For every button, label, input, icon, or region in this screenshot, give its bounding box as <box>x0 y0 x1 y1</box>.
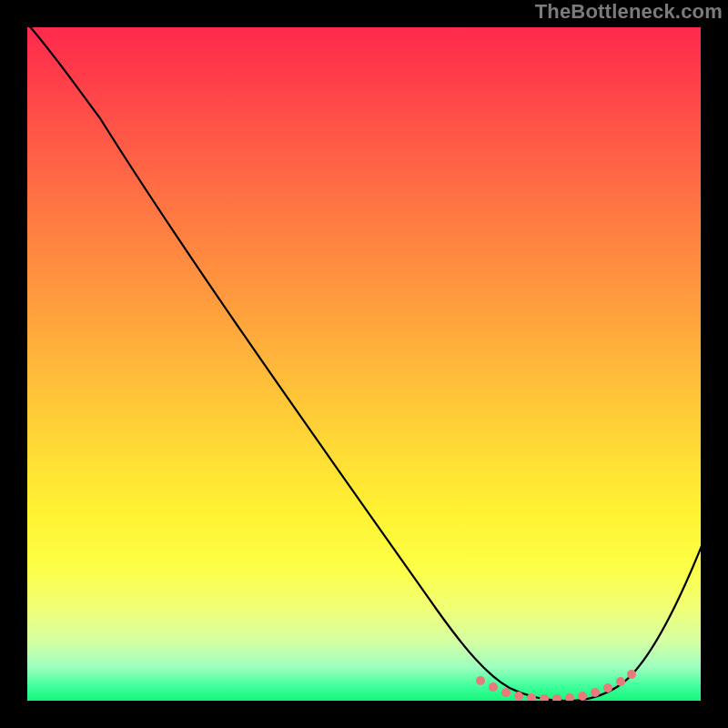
svg-point-9 <box>591 688 600 697</box>
svg-point-7 <box>565 693 574 701</box>
bottleneck-curve-path <box>27 27 701 701</box>
svg-point-6 <box>552 694 561 701</box>
chart-frame: TheBottleneck.com <box>0 0 728 728</box>
svg-point-8 <box>578 692 587 701</box>
watermark-label: TheBottleneck.com <box>535 0 723 24</box>
svg-point-10 <box>603 683 612 693</box>
curve-svg <box>27 27 701 701</box>
svg-point-11 <box>616 677 625 686</box>
svg-point-1 <box>489 682 498 692</box>
svg-point-2 <box>501 688 511 697</box>
optimal-region-markers <box>476 670 636 701</box>
svg-point-3 <box>514 692 523 701</box>
svg-point-12 <box>627 670 636 679</box>
svg-point-0 <box>476 676 485 685</box>
plot-area <box>27 27 701 701</box>
svg-point-5 <box>540 694 549 701</box>
